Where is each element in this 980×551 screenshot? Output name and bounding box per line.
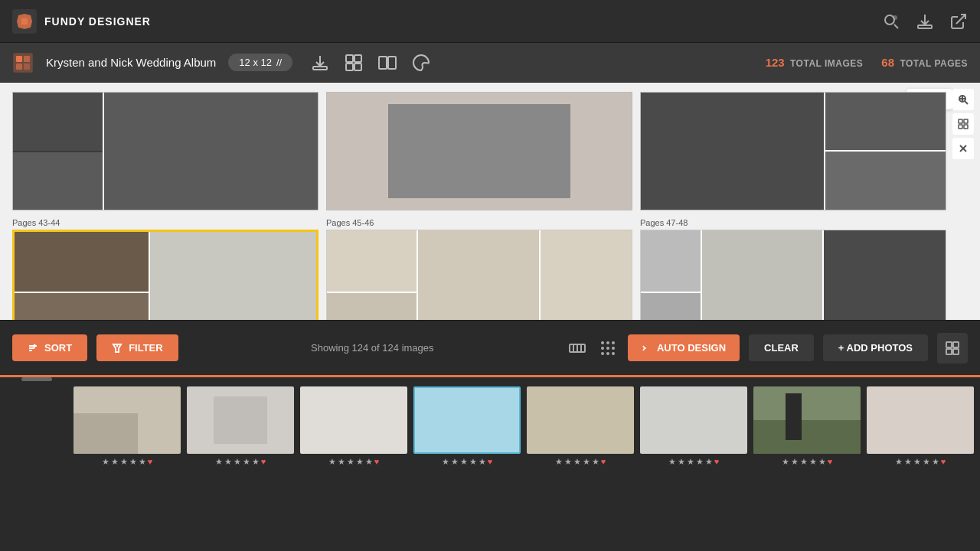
star-3[interactable]: ★ (800, 457, 808, 467)
grid-view-button[interactable] (937, 333, 968, 364)
star-4[interactable]: ★ (469, 457, 477, 467)
heart-1[interactable]: ♥ (148, 457, 153, 467)
thumb-item-4[interactable]: ★ ★ ★ ★ ★ ♥ (413, 386, 521, 467)
heart-8[interactable]: ♥ (941, 457, 946, 467)
star-1[interactable]: ★ (442, 457, 449, 467)
star-2[interactable]: ★ (791, 457, 799, 467)
svg-rect-15 (388, 57, 396, 69)
svg-rect-23 (964, 125, 968, 129)
star-3[interactable]: ★ (687, 457, 694, 467)
svg-rect-42 (953, 349, 959, 354)
svg-point-1 (885, 15, 894, 24)
star-5[interactable]: ★ (365, 457, 373, 467)
spread-icon[interactable] (378, 54, 397, 72)
size-divider: // (276, 57, 282, 68)
star-5[interactable]: ★ (818, 457, 826, 467)
palette-icon[interactable] (412, 54, 430, 72)
star-2[interactable]: ★ (451, 457, 459, 467)
heart-3[interactable]: ♥ (374, 457, 380, 467)
svg-rect-21 (964, 119, 968, 123)
star-4[interactable]: ★ (129, 457, 137, 467)
star-4[interactable]: ★ (243, 457, 250, 467)
filter-button[interactable]: FILTER (96, 334, 178, 361)
heart-6[interactable]: ♥ (714, 457, 720, 467)
main-content[interactable]: View (0, 83, 980, 320)
external-link-icon[interactable] (949, 12, 968, 31)
top-bar: FUNDY DESIGNER (0, 0, 980, 43)
star-5[interactable]: ★ (705, 457, 713, 467)
star-5[interactable]: ★ (592, 457, 599, 467)
grid-icon (945, 341, 960, 356)
star-2[interactable]: ★ (904, 457, 912, 467)
stats: 123 TOTAL IMAGES 68 TOTAL PAGES (766, 56, 968, 69)
thumb-item-1[interactable]: ★ ★ ★ ★ ★ ♥ (74, 386, 181, 467)
star-1[interactable]: ★ (328, 457, 336, 467)
star-2[interactable]: ★ (224, 457, 232, 467)
search-icon[interactable] (882, 12, 900, 31)
spread-item-2[interactable] (326, 92, 632, 210)
star-1[interactable]: ★ (215, 457, 223, 467)
star-1[interactable]: ★ (782, 457, 789, 467)
star-3[interactable]: ★ (573, 457, 581, 467)
spread-item-43-44[interactable]: Pages 43-44 (12, 218, 318, 320)
star-4[interactable]: ★ (696, 457, 704, 467)
sort-button[interactable]: SORT (12, 334, 87, 361)
star-3[interactable]: ★ (347, 457, 354, 467)
svg-rect-5 (16, 56, 22, 62)
spread-item-45-46[interactable]: Pages 45-46 (326, 218, 632, 320)
size-badge[interactable]: 12 x 12 // (228, 54, 292, 71)
star-3[interactable]: ★ (913, 457, 921, 467)
star-2[interactable]: ★ (338, 457, 345, 467)
download-icon[interactable] (916, 12, 934, 31)
star-1[interactable]: ★ (555, 457, 563, 467)
thumb-strip[interactable]: ★ ★ ★ ★ ★ ♥ ★ ★ ★ ★ ★ ♥ ★ ★ ★ ★ (0, 375, 980, 474)
star-5[interactable]: ★ (252, 457, 260, 467)
star-2[interactable]: ★ (111, 457, 119, 467)
spread-item-1[interactable] (12, 92, 318, 210)
star-5[interactable]: ★ (479, 457, 486, 467)
auto-design-button[interactable]: AUTO DESIGN (628, 334, 740, 361)
star-1[interactable]: ★ (895, 457, 903, 467)
dots-grid-icon[interactable] (597, 337, 619, 359)
star-2[interactable]: ★ (564, 457, 572, 467)
thumb-item-7[interactable]: ★ ★ ★ ★ ★ ♥ (753, 386, 861, 467)
heart-5[interactable]: ♥ (601, 457, 606, 467)
star-3[interactable]: ★ (234, 457, 241, 467)
thumb-item-8[interactable]: ★ ★ ★ ★ ★ ♥ (867, 386, 974, 467)
star-4[interactable]: ★ (356, 457, 364, 467)
layout-icon[interactable] (345, 54, 363, 72)
star-1[interactable]: ★ (668, 457, 676, 467)
star-5[interactable]: ★ (932, 457, 939, 467)
album-title: Krysten and Nick Wedding Album (46, 56, 216, 69)
clear-button[interactable]: CLEAR (749, 334, 814, 361)
heart-7[interactable]: ♥ (828, 457, 833, 467)
star-5[interactable]: ★ (139, 457, 146, 467)
spread-item-3[interactable] (640, 92, 946, 210)
add-photos-button[interactable]: + ADD PHOTOS (823, 334, 928, 361)
star-4[interactable]: ★ (583, 457, 590, 467)
star-3[interactable]: ★ (120, 457, 128, 467)
drag-handle[interactable] (21, 377, 52, 381)
star-2[interactable]: ★ (678, 457, 685, 467)
star-4[interactable]: ★ (923, 457, 930, 467)
thumb-item-5[interactable]: ★ ★ ★ ★ ★ ♥ (527, 386, 634, 467)
close-panel-button[interactable] (952, 138, 974, 159)
thumb-image-1 (74, 386, 181, 454)
thumb-item-6[interactable]: ★ ★ ★ ★ ★ ♥ (640, 386, 747, 467)
star-4[interactable]: ★ (809, 457, 817, 467)
heart-4[interactable]: ♥ (488, 457, 493, 467)
star-1[interactable]: ★ (102, 457, 109, 467)
strip-view-icon[interactable] (567, 337, 588, 359)
import-icon[interactable] (311, 54, 329, 72)
thumb-item-3[interactable]: ★ ★ ★ ★ ★ ♥ (300, 386, 407, 467)
spread-item-47-48[interactable]: Pages 47-48 (640, 218, 946, 320)
svg-point-30 (601, 341, 604, 344)
svg-point-38 (612, 352, 615, 355)
zoom-in-button[interactable] (952, 89, 974, 110)
heart-2[interactable]: ♥ (261, 457, 266, 467)
grid-toggle-button[interactable] (952, 113, 974, 135)
svg-point-34 (606, 347, 609, 350)
thumb-item-2[interactable]: ★ ★ ★ ★ ★ ♥ (187, 386, 294, 467)
sort-label: SORT (44, 342, 72, 354)
star-3[interactable]: ★ (460, 457, 468, 467)
